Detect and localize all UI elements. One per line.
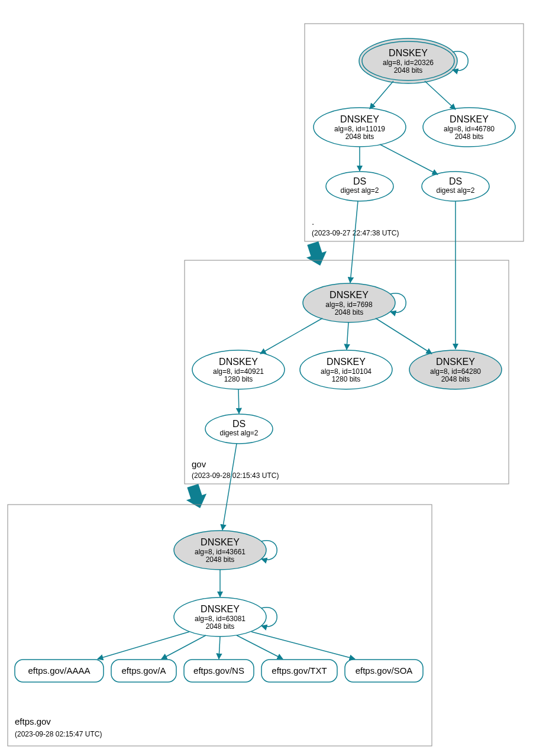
svg-text:alg=8, id=7698: alg=8, id=7698 bbox=[325, 301, 373, 309]
node-root-zsk2: DNSKEY alg=8, id=46780 2048 bits bbox=[423, 108, 515, 147]
svg-text:alg=8, id=63081: alg=8, id=63081 bbox=[195, 615, 245, 623]
svg-text:2048 bits: 2048 bits bbox=[441, 375, 470, 383]
svg-text:alg=8, id=11019: alg=8, id=11019 bbox=[334, 125, 385, 133]
dnssec-diagram: . (2023-09-27 22:47:38 UTC) DNSKEY alg=8… bbox=[0, 0, 533, 756]
zone-arrow-gov-eftps bbox=[183, 482, 211, 511]
svg-text:1280 bits: 1280 bits bbox=[332, 375, 361, 383]
svg-text:2048 bits: 2048 bits bbox=[335, 308, 364, 316]
svg-text:alg=8, id=46780: alg=8, id=46780 bbox=[444, 125, 495, 133]
edge-zsk-soa bbox=[251, 632, 355, 659]
edge-zsk-aaaa bbox=[98, 632, 189, 659]
svg-text:alg=8, id=64280: alg=8, id=64280 bbox=[430, 367, 481, 376]
svg-text:digest alg=2: digest alg=2 bbox=[340, 186, 379, 195]
node-gov-zsk2: DNSKEY alg=8, id=10104 1280 bits bbox=[300, 350, 392, 389]
node-gov-ksk: DNSKEY alg=8, id=7698 2048 bits bbox=[303, 283, 395, 322]
svg-text:DNSKEY: DNSKEY bbox=[201, 537, 240, 547]
svg-text:eftps.gov/A: eftps.gov/A bbox=[121, 665, 166, 676]
svg-text:alg=8, id=40921: alg=8, id=40921 bbox=[213, 367, 264, 376]
edge-zsk-a bbox=[161, 635, 206, 659]
zone-gov-timestamp: (2023-09-28 02:15:43 UTC) bbox=[192, 471, 279, 480]
svg-text:digest alg=2: digest alg=2 bbox=[219, 429, 258, 437]
node-eftps-ksk: DNSKEY alg=8, id=43661 2048 bits bbox=[174, 531, 266, 570]
node-gov-ds: DS digest alg=2 bbox=[205, 414, 273, 444]
zone-eftps-name: eftps.gov bbox=[15, 716, 51, 726]
zone-eftps-timestamp: (2023-09-28 02:15:47 UTC) bbox=[15, 730, 102, 738]
svg-text:eftps.gov/TXT: eftps.gov/TXT bbox=[272, 665, 327, 676]
record-txt: eftps.gov/TXT bbox=[261, 660, 337, 682]
svg-text:eftps.gov/NS: eftps.gov/NS bbox=[193, 665, 244, 676]
record-aaaa: eftps.gov/AAAA bbox=[15, 660, 104, 682]
node-root-ds2: DS digest alg=2 bbox=[422, 172, 489, 201]
record-a: eftps.gov/A bbox=[111, 660, 176, 682]
svg-text:1280 bits: 1280 bits bbox=[224, 375, 253, 383]
svg-text:digest alg=2: digest alg=2 bbox=[436, 186, 474, 195]
edge-zsk1-ds2 bbox=[380, 144, 438, 175]
svg-text:DS: DS bbox=[232, 419, 245, 429]
svg-text:2048 bits: 2048 bits bbox=[455, 133, 484, 141]
edge-zsk-txt bbox=[237, 635, 283, 659]
svg-text:DNSKEY: DNSKEY bbox=[330, 290, 369, 300]
svg-text:DNSKEY: DNSKEY bbox=[327, 357, 366, 367]
zone-gov-name: gov bbox=[192, 459, 206, 469]
node-eftps-zsk: DNSKEY alg=8, id=63081 2048 bits bbox=[174, 597, 266, 637]
edge-zsk-ns bbox=[219, 637, 220, 659]
node-gov-zsk1: DNSKEY alg=8, id=40921 1280 bits bbox=[192, 350, 285, 389]
svg-text:alg=8, id=10104: alg=8, id=10104 bbox=[321, 367, 372, 376]
svg-text:DS: DS bbox=[449, 176, 462, 186]
edge-govksk-zsk1 bbox=[260, 318, 322, 354]
record-ns: eftps.gov/NS bbox=[184, 660, 254, 682]
edge-rootksk-zsk1 bbox=[370, 81, 393, 109]
svg-text:eftps.gov/AAAA: eftps.gov/AAAA bbox=[28, 665, 90, 676]
svg-text:2048 bits: 2048 bits bbox=[206, 555, 235, 564]
svg-text:DNSKEY: DNSKEY bbox=[389, 48, 428, 58]
node-root-ksk: DNSKEY alg=8, id=20326 2048 bits bbox=[359, 38, 457, 83]
svg-text:2048 bits: 2048 bits bbox=[394, 66, 423, 75]
edge-govzsk1-ds bbox=[238, 389, 239, 413]
edge-rootksk-zsk2 bbox=[425, 81, 456, 109]
svg-text:2048 bits: 2048 bits bbox=[206, 622, 235, 631]
svg-text:DNSKEY: DNSKEY bbox=[219, 357, 258, 367]
record-soa: eftps.gov/SOA bbox=[345, 660, 423, 682]
svg-text:DNSKEY: DNSKEY bbox=[436, 357, 475, 367]
zone-arrow-root-gov bbox=[303, 240, 331, 269]
svg-text:DS: DS bbox=[353, 176, 366, 186]
edge-ds1-govksk bbox=[350, 201, 358, 283]
svg-text:alg=8, id=43661: alg=8, id=43661 bbox=[195, 548, 245, 556]
edge-govds-eftpsksk bbox=[222, 444, 237, 530]
node-root-ds1: DS digest alg=2 bbox=[326, 172, 393, 201]
edge-govksk-zsk2 bbox=[347, 322, 348, 350]
edge-govksk-zsk3 bbox=[376, 318, 432, 354]
node-gov-zsk3: DNSKEY alg=8, id=64280 2048 bits bbox=[409, 350, 502, 389]
svg-text:DNSKEY: DNSKEY bbox=[450, 114, 489, 124]
node-root-zsk1: DNSKEY alg=8, id=11019 2048 bits bbox=[314, 108, 406, 147]
svg-text:eftps.gov/SOA: eftps.gov/SOA bbox=[356, 665, 413, 676]
svg-text:DNSKEY: DNSKEY bbox=[201, 604, 240, 614]
svg-text:DNSKEY: DNSKEY bbox=[340, 114, 379, 124]
svg-text:2048 bits: 2048 bits bbox=[345, 133, 374, 141]
zone-root-name: . bbox=[312, 217, 314, 227]
svg-text:alg=8, id=20326: alg=8, id=20326 bbox=[383, 59, 434, 67]
